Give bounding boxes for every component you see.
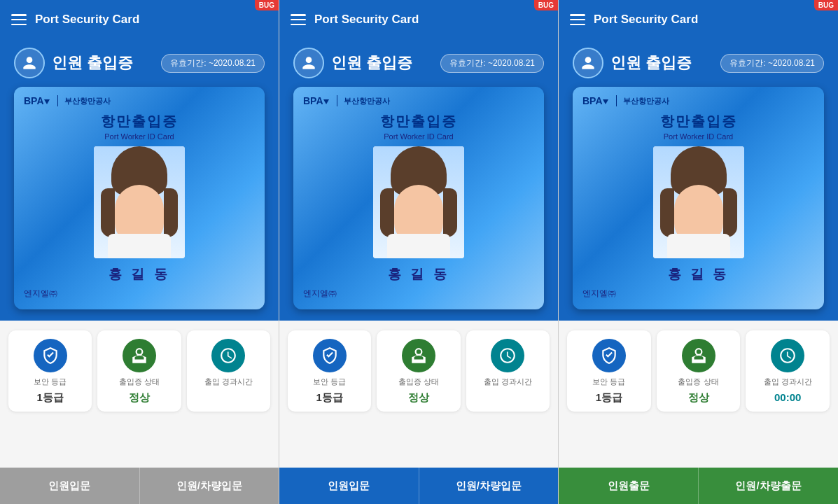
info-value-1: 정상: [408, 391, 429, 405]
header-title: Port Security Card: [594, 13, 698, 27]
btn-0[interactable]: 인원입문: [279, 468, 419, 504]
info-area: 보안 등급 1등급 출입증 상태 정상 출입 경과시간: [0, 321, 279, 468]
menu-icon[interactable]: [291, 14, 306, 25]
busan-port-text: 부산항만공사: [64, 96, 111, 106]
bpa-divider: [57, 95, 58, 106]
info-label-1: 출입증 상태: [398, 377, 439, 387]
btn-0[interactable]: 인원입문: [0, 468, 139, 504]
info-label-2: 출입 경과시간: [484, 377, 532, 387]
info-card-2: 출입 경과시간: [466, 330, 550, 412]
btn-1[interactable]: 인원/차량출문: [698, 468, 838, 504]
panel-3: Port Security Card BUG 인원 출입증 유효기간: ~202…: [559, 0, 838, 504]
id-card-title-en: Port Worker ID Card: [582, 132, 814, 141]
button-area: 인원출문인원/차량출문: [559, 468, 838, 504]
id-card-header: BPA 부산항만공사: [303, 95, 534, 106]
person-icon: [14, 48, 45, 78]
info-card-1: 출입증 상태 정상: [97, 330, 181, 412]
info-row: 보안 등급 1등급 출입증 상태 정상 출입 경과시간: [8, 330, 270, 412]
btn-1[interactable]: 인원/차량입문: [139, 468, 279, 504]
busan-port-text: 부산항만공사: [623, 96, 669, 106]
header: Port Security Card BUG: [559, 0, 838, 39]
button-area: 인원입문인원/차량입문: [0, 468, 279, 504]
menu-icon[interactable]: [11, 14, 27, 25]
id-card-title-en: Port Worker ID Card: [303, 132, 534, 141]
info-row: 보안 등급 1등급 출입증 상태 정상 출입 경과시간 00:00: [567, 330, 830, 412]
info-label-1: 출입증 상태: [119, 377, 160, 387]
id-name: 홍 길 동: [303, 265, 534, 284]
info-card-1: 출입증 상태 정상: [657, 330, 741, 412]
clock-icon-circle: [491, 339, 524, 372]
id-company: 엔지엘㈜: [303, 288, 534, 300]
id-card-title-en: Port Worker ID Card: [24, 132, 255, 141]
header: Port Security Card BUG: [279, 0, 558, 39]
shield-icon-circle: [313, 339, 347, 372]
info-value-0: 1등급: [596, 391, 622, 405]
id-name: 홍 길 동: [24, 265, 255, 284]
info-value-0: 1등급: [36, 391, 63, 405]
svg-point-1: [306, 57, 312, 63]
id-name: 홍 길 동: [582, 265, 814, 284]
badge-icon-circle: [123, 339, 156, 372]
clock-icon-circle: [771, 339, 804, 372]
debug-badge: BUG: [255, 0, 279, 10]
panel-2: Port Security Card BUG 인원 출입증 유효기간: ~202…: [279, 0, 559, 504]
btn-1[interactable]: 인원/차량입문: [419, 468, 559, 504]
info-card-2: 출입 경과시간 00:00: [746, 330, 830, 412]
bpa-divider: [616, 95, 617, 106]
header-title: Port Security Card: [314, 13, 419, 27]
id-card: BPA 부산항만공사 항만출입증 Port Worker ID Card 홍 길…: [293, 87, 544, 309]
busan-port-text: 부산항만공사: [344, 96, 390, 106]
id-card-title-ko: 항만출입증: [582, 112, 814, 131]
badge-icon-circle: [682, 339, 715, 372]
info-label-0: 보안 등급: [313, 377, 346, 387]
bpa-text: BPA: [303, 95, 330, 106]
bpa-divider: [337, 95, 337, 106]
id-card: BPA 부산항만공사 항만출입증 Port Worker ID Card 홍 길…: [14, 87, 265, 309]
debug-badge: BUG: [534, 0, 558, 10]
id-card-header: BPA 부산항만공사: [582, 95, 814, 106]
id-card-title-ko: 항만출입증: [303, 112, 534, 131]
header: Port Security Card BUG: [0, 0, 279, 39]
header-title: Port Security Card: [35, 13, 139, 27]
bpa-logo: BPA 부산항만공사: [582, 95, 669, 106]
info-card-2: 출입 경과시간: [187, 330, 270, 412]
info-value-2: 00:00: [774, 391, 801, 403]
bpa-logo: BPA 부산항만공사: [24, 95, 111, 106]
person-icon: [293, 48, 324, 78]
card-area: 인원 출입증 유효기간: ~2020.08.21 BPA 부산항만공사 항만출입…: [0, 39, 279, 321]
card-title: 인원 출입증: [52, 52, 133, 74]
shield-icon-circle: [592, 339, 626, 372]
info-label-0: 보안 등급: [34, 377, 67, 387]
svg-point-0: [27, 57, 33, 63]
card-title: 인원 출입증: [331, 52, 412, 74]
card-area: 인원 출입증 유효기간: ~2020.08.21 BPA 부산항만공사 항만출입…: [559, 39, 838, 321]
info-card-0: 보안 등급 1등급: [8, 330, 92, 412]
card-area: 인원 출입증 유효기간: ~2020.08.21 BPA 부산항만공사 항만출입…: [279, 39, 558, 321]
btn-0[interactable]: 인원출문: [559, 468, 698, 504]
card-top-row: 인원 출입증 유효기간: ~2020.08.21: [293, 48, 544, 78]
info-row: 보안 등급 1등급 출입증 상태 정상 출입 경과시간: [288, 330, 550, 412]
id-company: 엔지엘㈜: [582, 288, 814, 300]
debug-badge: BUG: [814, 0, 838, 10]
id-photo: [94, 146, 185, 258]
info-label-0: 보안 등급: [592, 377, 625, 387]
menu-icon[interactable]: [570, 14, 585, 25]
info-value-1: 정상: [688, 391, 709, 405]
panel-1: Port Security Card BUG 인원 출입증 유효기간: ~202…: [0, 0, 279, 504]
button-area: 인원입문인원/차량입문: [279, 468, 558, 504]
card-title: 인원 출입증: [610, 52, 692, 74]
id-company: 엔지엘㈜: [24, 288, 255, 300]
info-label-2: 출입 경과시간: [204, 377, 253, 387]
info-label-1: 출입증 상태: [678, 377, 718, 387]
validity-badge: 유효기간: ~2020.08.21: [440, 54, 544, 73]
validity-badge: 유효기간: ~2020.08.21: [161, 54, 265, 73]
card-top-row: 인원 출입증 유효기간: ~2020.08.21: [573, 48, 824, 78]
info-card-0: 보안 등급 1등급: [567, 330, 651, 412]
badge-icon-circle: [402, 339, 435, 372]
card-top-row: 인원 출입증 유효기간: ~2020.08.21: [14, 48, 265, 78]
id-card: BPA 부산항만공사 항만출입증 Port Worker ID Card 홍 길…: [573, 87, 824, 309]
id-photo: [373, 146, 464, 258]
bpa-text: BPA: [582, 95, 610, 106]
info-label-2: 출입 경과시간: [764, 377, 812, 387]
id-photo: [653, 146, 744, 258]
